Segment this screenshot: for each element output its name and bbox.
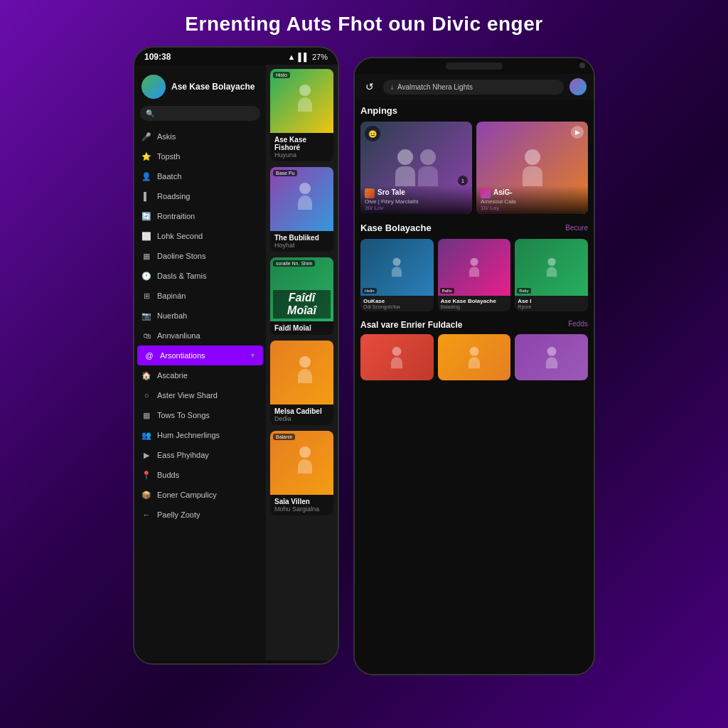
menu-label-aster-view: Aster View Shard <box>157 391 218 400</box>
card-info-last: Saîa Villen Mohu Sargialna <box>270 495 333 515</box>
card-sub-2: Hoyhat <box>274 242 329 249</box>
gc-image-3: Balty <box>515 239 588 296</box>
bottom-grid <box>360 334 588 380</box>
header-avatar[interactable] <box>569 78 587 95</box>
sidebar-item-roadsing[interactable]: ▌ Roadsing <box>134 186 266 206</box>
fc-num-1: 1 <box>458 176 468 186</box>
drawer-avatar <box>141 75 166 99</box>
featured-card-1[interactable]: 😐 1 Sro Tale Oive | Fibry Marclathi 30/ … <box>360 122 472 214</box>
sidebar-item-askis[interactable]: 🎤 Askis <box>134 127 266 146</box>
section-title-kase: Kase Bolayache <box>360 223 432 233</box>
list-item[interactable]: soralle Nn. Shim Faîdî Moîaî Faîdî Moîaî <box>270 257 333 335</box>
bottom-card-1[interactable] <box>360 334 434 380</box>
sidebar-item-budds[interactable]: 📍 Budds <box>134 465 266 485</box>
grid-card-2[interactable]: Ballic Ase Kase Bolayache Balading <box>438 239 511 311</box>
search-text: Avalmatch Nhera Lights <box>397 83 473 91</box>
section-header-kase: Kase Bolayache Becure <box>360 223 588 233</box>
gc-badge-3: Balty <box>517 288 530 294</box>
sidebar-item-annvanliuna[interactable]: 🛍 Annvanliuna <box>134 326 266 346</box>
refresh-icon: 🔄 <box>141 211 151 221</box>
back-icon[interactable]: ↺ <box>362 79 378 95</box>
drawer-header: Ase Kase Bolayache <box>134 70 266 106</box>
sidebar-item-arsontiations[interactable]: @ Arsontiations ▼ <box>137 346 263 365</box>
sidebar-item-bapinan[interactable]: ⊞ Bapinán <box>134 286 266 306</box>
gc-sub-2: Balading <box>441 304 508 309</box>
bottom-card-3[interactable] <box>515 334 588 380</box>
drawer: Ase Kase Bolayache 🔍 🎤 Askis ⭐ Topsth 👤 <box>134 65 338 660</box>
menu-label-dasls-tamis: Dasls & Tamis <box>157 272 206 280</box>
person-figure-4 <box>273 341 333 402</box>
drawer-search[interactable]: 🔍 <box>140 106 260 121</box>
card-title-3: Faîdî Moîaî <box>274 324 329 332</box>
card-title-4: Melsa Cadibel <box>274 407 329 415</box>
camera-icon <box>579 63 585 68</box>
sidebar-item-baatch[interactable]: 👤 Baatch <box>134 166 266 186</box>
menu-label-roadsing: Roadsing <box>157 192 190 200</box>
menu-label-hum: Hum Jechnerlings <box>157 431 220 439</box>
card-sub-last: Mohu Sargialna <box>274 505 329 513</box>
section-title-asal: Asal vare Enrier Fuldacle <box>360 320 462 330</box>
status-time: 109:38 <box>144 52 171 62</box>
phone-left: 109:38 ▲ ▌▌ 27% Ase Kase Bolayache 🔍 <box>133 46 339 665</box>
sidebar-item-nuerbah[interactable]: 📷 Nuerbah <box>134 306 266 326</box>
person-figure-2 <box>273 167 333 228</box>
grid-card-3[interactable]: Balty Ase I Rpore <box>515 239 588 311</box>
menu-label-ascabrie: Ascabrie <box>157 371 188 380</box>
menu-label-eass: Eass Phyihday <box>157 451 209 459</box>
card-sub-4: Dedia <box>274 415 329 422</box>
sidebar-item-topsth[interactable]: ⭐ Topsth <box>134 146 266 166</box>
grid-card-1[interactable]: Helin OuKase Odl Scongoh/loa <box>360 239 434 311</box>
card-image-girl2 <box>270 341 333 405</box>
bottom-card-2[interactable] <box>438 334 511 380</box>
section-link-asal[interactable]: Fedds <box>568 320 588 330</box>
featured-card-2[interactable]: ▶ AsiG- Amesoul Cala 10/ Lay <box>476 122 588 214</box>
status-icons: ▲ ▌▌ 27% <box>287 53 328 61</box>
drawer-header-title: Ase Kase Bolayache <box>171 82 255 92</box>
bg-people-2 <box>438 334 511 380</box>
sidebar-item-eass[interactable]: ▶ Eass Phyihday <box>134 445 266 465</box>
list-item[interactable]: Balanin Saîa Villen Mohu Sargialna <box>270 431 333 515</box>
sidebar-item-tows-to-songs[interactable]: ▦ Tows To Songs <box>134 405 266 425</box>
status-bar: 109:38 ▲ ▌▌ 27% <box>134 48 338 65</box>
arrow-left-icon: ← <box>141 510 151 520</box>
gc-image-2: Ballic <box>438 239 511 296</box>
fc-play-icon[interactable]: ▶ <box>571 126 584 139</box>
list-item[interactable]: Histo Ase Kase Fishoré Huyuna <box>270 69 333 161</box>
wifi-icon: ▲ <box>287 53 295 61</box>
list-item[interactable]: Melsa Cadibel Dedia <box>270 341 333 425</box>
music-icon: ▦ <box>141 410 151 420</box>
box-icon: 📦 <box>141 490 151 500</box>
phone-notch <box>355 58 594 74</box>
sidebar-item-paelly[interactable]: ← Paelly Zooty <box>134 505 266 525</box>
sidebar-item-rontraition[interactable]: 🔄 Rontraition <box>134 206 266 226</box>
sidebar-item-dasls-tamis[interactable]: 🕐 Dasls & Tamis <box>134 266 266 286</box>
card-image-last: Balanin <box>270 431 333 495</box>
sidebar-item-ascabrie[interactable]: 🏠 Ascabrie <box>134 365 266 385</box>
card-info-4: Melsa Cadibel Dedia <box>270 405 333 425</box>
menu-label-lohk-second: Lohk Second <box>157 232 203 240</box>
menu-label-annvanliuna: Annvanliuna <box>157 331 200 340</box>
section-link-kase[interactable]: Becure <box>565 224 588 232</box>
sidebar-item-hum[interactable]: 👥 Hum Jechnerlings <box>134 425 266 445</box>
menu-label-bapinan: Bapinán <box>157 291 186 300</box>
card-sub-1: Huyuna <box>274 151 329 159</box>
signal-icon: ▌▌ <box>298 53 309 61</box>
sidebar-item-lohk-second[interactable]: ⬜ Lohk Second <box>134 226 266 246</box>
sidebar-item-eoner[interactable]: 📦 Eoner Campulicy <box>134 485 266 505</box>
card-title-last: Saîa Villen <box>274 498 329 505</box>
card-image-title: soralle Nn. Shim Faîdî Moîaî <box>270 257 333 321</box>
fc-info-2: AsiG- Amesoul Cala 10/ Lay <box>476 186 588 214</box>
search-bar[interactable]: ↓ Avalmatch Nhera Lights <box>383 80 564 95</box>
gc-title-1: OuKase <box>363 298 431 304</box>
fc-info-1: Sro Tale Oive | Fibry Marclathi 30/ Lov <box>360 186 472 214</box>
right-phone-body: Anpings 😐 1 Sro Tale Oive | Fibry Marcla… <box>355 100 594 675</box>
menu-label-budds: Budds <box>157 471 179 479</box>
list-item[interactable]: Base Pu The Bubliked Hoyhat <box>270 167 333 252</box>
gc-sub-3: Rpore <box>518 304 585 309</box>
phone-right: ↺ ↓ Avalmatch Nhera Lights Anpings 😐 <box>353 57 595 675</box>
grid2-icon: ⊞ <box>141 291 151 301</box>
gc-info-1: OuKase Odl Scongoh/loa <box>360 296 434 311</box>
square-icon: ⬜ <box>141 231 151 241</box>
sidebar-item-daoline-stons[interactable]: ▦ Daoline Stons <box>134 246 266 266</box>
sidebar-item-aster-view-shard[interactable]: ○ Aster View Shard <box>134 385 266 405</box>
